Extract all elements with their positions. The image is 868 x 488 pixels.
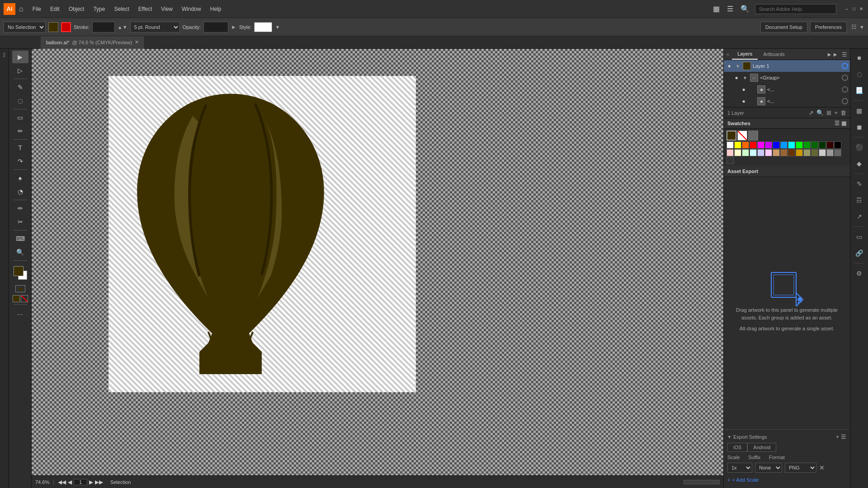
maximize-button[interactable]: □	[851, 6, 857, 12]
layers-panel-button[interactable]: ☶	[852, 193, 867, 207]
swatch-cell[interactable]	[826, 149, 834, 156]
swatch-white[interactable]	[737, 131, 747, 141]
new-layer-button[interactable]: +	[834, 109, 838, 116]
transform-panel-button[interactable]: ▦	[852, 103, 867, 118]
delete-scale-button[interactable]: ✕	[819, 464, 825, 471]
links-panel-button[interactable]: 🔗	[852, 246, 867, 260]
swatch-cell[interactable]	[757, 141, 764, 149]
scale-select[interactable]: 1x	[727, 463, 752, 473]
layer1-lock[interactable]	[834, 63, 840, 69]
delete-layer-button[interactable]: 🗑	[840, 109, 846, 116]
swatches-panel-button[interactable]: ■	[852, 51, 867, 65]
swatch-cell[interactable]	[742, 149, 749, 156]
minimize-button[interactable]: –	[844, 6, 850, 12]
arrange-view-icon[interactable]: ☷	[851, 23, 857, 30]
last-page-button[interactable]: ▶▶	[95, 479, 103, 485]
brush-select[interactable]: 5 pt. Round	[130, 22, 180, 33]
swatch-cell[interactable]	[819, 141, 826, 149]
properties-panel-button[interactable]: ✎	[852, 177, 867, 191]
swatch-cell[interactable]	[780, 149, 788, 156]
menu-file[interactable]: File	[29, 4, 45, 14]
menu-type[interactable]: Type	[90, 4, 108, 14]
item1-lock[interactable]	[834, 86, 840, 93]
menu-window[interactable]: Window	[178, 4, 205, 14]
menu-object[interactable]: Object	[65, 4, 88, 14]
scissors-tool[interactable]: ✂	[12, 216, 28, 228]
swatch-cell[interactable]	[734, 149, 741, 156]
hand-tool[interactable]: ⌨	[12, 232, 28, 245]
swatch-cell[interactable]	[750, 141, 757, 149]
item1-visibility[interactable]: ●	[740, 86, 747, 93]
fill-swatch[interactable]	[48, 22, 58, 32]
item2-expand[interactable]	[749, 98, 755, 104]
swatch-cell[interactable]	[757, 149, 764, 156]
style-swatch[interactable]	[254, 22, 272, 32]
style-arrow[interactable]: ▼	[275, 24, 280, 30]
item1-expand[interactable]	[749, 86, 755, 93]
export-settings-label[interactable]: ▼ Export Settings + ☰	[727, 433, 846, 440]
stroke-input[interactable]	[92, 22, 115, 33]
stroke-color-indicator[interactable]	[15, 285, 25, 292]
prev-page-button[interactable]: ◀	[68, 479, 72, 485]
swatch-cell[interactable]	[726, 149, 734, 156]
libraries-panel-button[interactable]: 📃	[852, 83, 867, 98]
item2-visibility[interactable]: ●	[740, 98, 747, 105]
search-input[interactable]	[755, 4, 836, 14]
artboards-panel-button[interactable]: ▭	[852, 230, 867, 244]
item2-lock[interactable]	[834, 98, 840, 104]
page-number-input[interactable]	[74, 479, 87, 485]
appearance-panel-button[interactable]: ⚫	[852, 140, 867, 155]
menu-view[interactable]: View	[157, 4, 176, 14]
pencil-tool[interactable]: ✏	[12, 202, 28, 215]
layer-row-item2[interactable]: ● ◉ <...	[738, 95, 850, 107]
swatch-cell[interactable]	[765, 141, 772, 149]
menu-help[interactable]: Help	[207, 4, 225, 14]
swatch-cell[interactable]	[834, 149, 841, 156]
layer-row-group[interactable]: ● ▼ □ <Group>	[731, 72, 850, 84]
swatch-cell[interactable]	[726, 157, 734, 164]
swatch-cell[interactable]	[742, 141, 749, 149]
menu-edit[interactable]: Edit	[47, 4, 63, 14]
layer-row-layer1[interactable]: ● ▼ Layer 1	[724, 60, 850, 72]
swatch-cell[interactable]	[773, 141, 780, 149]
opacity-arrow[interactable]: ►	[231, 24, 236, 30]
settings-panel-button[interactable]: ⚙	[852, 266, 867, 281]
swatch-cell[interactable]	[788, 149, 795, 156]
export-tab-ios[interactable]: iOS	[727, 443, 747, 452]
group-visibility[interactable]: ●	[733, 74, 740, 81]
layer1-target[interactable]	[842, 63, 848, 69]
stroke-swatch[interactable]	[61, 22, 71, 32]
layer-row-item1[interactable]: ● ◉ <...	[738, 84, 850, 95]
swatches-list-icon[interactable]: ☰	[835, 120, 840, 127]
item1-target[interactable]	[842, 86, 848, 93]
fill-indicator[interactable]	[13, 295, 20, 302]
rectangle-tool[interactable]: ▭	[12, 111, 28, 124]
swatch-cell[interactable]	[811, 149, 818, 156]
export-tab-android[interactable]: Android	[747, 443, 776, 452]
opacity-input[interactable]: 100%	[203, 22, 228, 33]
group-target[interactable]	[842, 75, 848, 81]
home-icon[interactable]: ⌂	[19, 5, 24, 13]
swatch-cell[interactable]	[773, 149, 780, 156]
menu-select[interactable]: Select	[110, 4, 132, 14]
more-tools-button[interactable]: …	[12, 306, 28, 319]
selection-dropdown[interactable]: No Selection	[4, 22, 46, 33]
swatch-cell[interactable]	[734, 141, 741, 149]
text-tool[interactable]: T	[12, 141, 28, 154]
group-lock[interactable]	[834, 75, 840, 81]
swatch-cell[interactable]	[826, 141, 834, 149]
close-button[interactable]: ✕	[858, 6, 864, 12]
swatch-cell[interactable]	[803, 149, 811, 156]
swatch-brown-current[interactable]	[726, 131, 736, 141]
arrange-icon[interactable]: ☰	[725, 3, 735, 15]
swatch-cell[interactable]	[788, 141, 795, 149]
layer1-visibility[interactable]: ●	[726, 62, 733, 70]
swatch-cell[interactable]	[796, 149, 803, 156]
next-page-button[interactable]: ▶	[89, 479, 93, 485]
graphic-styles-button[interactable]: ◆	[852, 156, 867, 171]
collapse-strip-button[interactable]: ««	[1, 51, 8, 59]
preferences-button[interactable]: Preferences	[810, 22, 847, 33]
scroll-indicator[interactable]	[684, 480, 720, 484]
swatch-cell[interactable]	[726, 141, 734, 149]
document-tab[interactable]: balloon.ai* @ 74.6 % (CMYK/Preview) ✕	[41, 36, 145, 49]
